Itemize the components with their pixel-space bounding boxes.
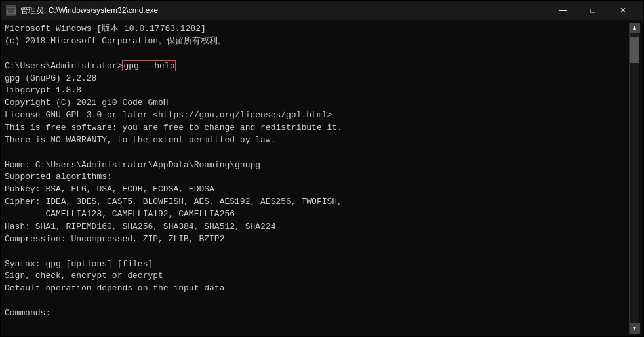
- window-controls: — □ ✕: [548, 1, 638, 20]
- svg-rect-2: [7, 8, 15, 10]
- cmd-window: 管理员: C:\Windows\system32\cmd.exe — □ ✕ M…: [0, 0, 644, 337]
- line-20: Syntax: gpg [options] [files]: [5, 258, 629, 271]
- line-18: Compression: Uncompressed, ZIP, ZLIB, BZ…: [5, 233, 629, 246]
- line-6: libgcrypt 1.8.8: [5, 85, 629, 97]
- minimize-button[interactable]: —: [548, 1, 578, 20]
- scrollbar-track[interactable]: [630, 34, 639, 323]
- line-1: Microsoft Windows [版本 10.0.17763.1282]: [5, 23, 629, 35]
- maximize-button[interactable]: □: [578, 1, 608, 20]
- line-5: gpg (GnuPG) 2.2.28: [5, 73, 629, 85]
- line-3: [5, 48, 629, 60]
- line-13: Supported algorithms:: [5, 171, 629, 184]
- line-7: Copyright (C) 2021 g10 Code GmbH: [5, 97, 629, 109]
- line-12: Home: C:\Users\Administrator\AppData\Roa…: [5, 159, 629, 172]
- cmd-icon: [6, 5, 16, 16]
- close-button[interactable]: ✕: [608, 1, 638, 20]
- prompt-text: C:\Users\Administrator>: [5, 61, 122, 71]
- line-21: Sign, check, encrypt or decrypt: [5, 270, 629, 283]
- command-text: gpg --help: [122, 60, 176, 71]
- scroll-up-arrow[interactable]: ▲: [630, 23, 640, 33]
- scrollbar-thumb[interactable]: [630, 37, 639, 63]
- line-17: Hash: SHA1, RIPEMD160, SHA256, SHA384, S…: [5, 221, 629, 233]
- line-14: Pubkey: RSA, ELG, DSA, ECDH, ECDSA, EDDS…: [5, 184, 629, 196]
- scrollbar[interactable]: ▲ ▼: [629, 23, 639, 334]
- line-11: [5, 147, 629, 159]
- line-16: CAMELLIA128, CAMELLIA192, CAMELLIA256: [5, 208, 629, 221]
- window-title: 管理员: C:\Windows\system32\cmd.exe: [20, 5, 158, 16]
- line-15: Cipher: IDEA, 3DES, CAST5, BLOWFISH, AES…: [5, 196, 629, 208]
- line-25: [5, 320, 629, 332]
- line-9: This is free software: you are free to c…: [5, 122, 629, 134]
- line-prompt: C:\Users\Administrator>gpg --help: [5, 60, 629, 73]
- terminal-body: Microsoft Windows [版本 10.0.17763.1282] (…: [1, 20, 643, 336]
- title-bar: 管理员: C:\Windows\system32\cmd.exe — □ ✕: [1, 1, 643, 20]
- line-24: Commands:: [5, 307, 629, 320]
- line-26: -s, --sign make a signature: [5, 332, 629, 334]
- line-19: [5, 246, 629, 258]
- scroll-down-arrow[interactable]: ▼: [630, 323, 640, 334]
- line-10: There is NO WARRANTY, to the extent perm…: [5, 134, 629, 147]
- title-bar-left: 管理员: C:\Windows\system32\cmd.exe: [6, 5, 158, 16]
- terminal-content: Microsoft Windows [版本 10.0.17763.1282] (…: [5, 23, 629, 334]
- line-23: [5, 295, 629, 307]
- line-2: (c) 2018 Microsoft Corporation。保留所有权利。: [5, 35, 629, 48]
- line-22: Default operation depends on the input d…: [5, 283, 629, 295]
- line-8: License GNU GPL-3.0-or-later <https://gn…: [5, 109, 629, 122]
